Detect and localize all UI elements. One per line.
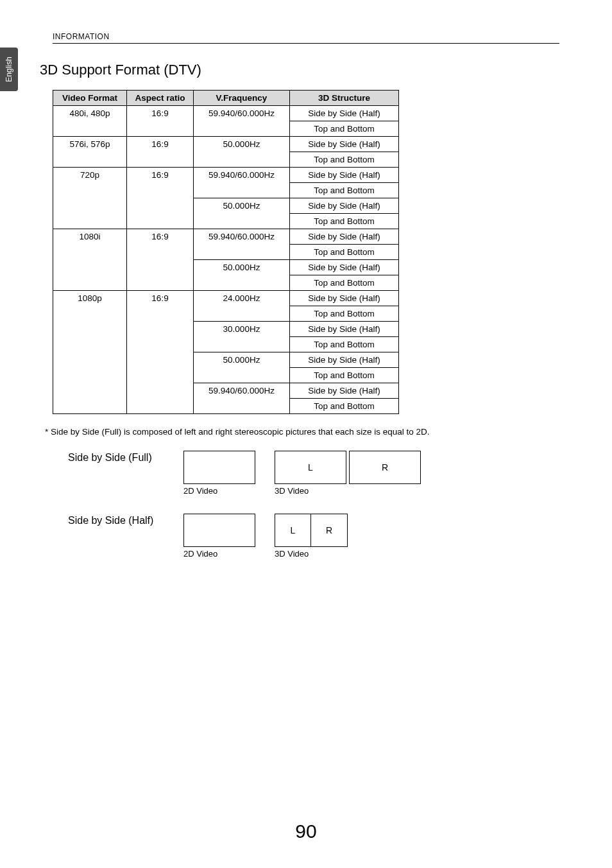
cell-struct: Side by Side (Half) xyxy=(290,352,399,368)
header-section: INFORMATION xyxy=(53,32,110,41)
diagram-full-row: Side by Side (Full) 2D Video L R 3D Vide… xyxy=(68,451,559,496)
cell-freq: 50.000Hz xyxy=(194,352,290,383)
box-3d-half: L R xyxy=(275,514,348,547)
cell-freq: 50.000Hz xyxy=(194,198,290,229)
cell-freq: 50.000Hz xyxy=(194,260,290,291)
box-2d-full xyxy=(183,451,255,484)
section-title: 3D Support Format (DTV) xyxy=(40,62,559,78)
cell-freq: 59.940/60.000Hz xyxy=(194,229,290,260)
format-table: Video Format Aspect ratio V.Fraquency 3D… xyxy=(53,90,399,414)
cell-struct: Side by Side (Half) xyxy=(290,383,399,399)
cell-freq: 24.000Hz xyxy=(194,291,290,322)
page-number: 90 xyxy=(0,820,612,842)
cell-struct: Side by Side (Half) xyxy=(290,168,399,183)
caption-3d-half: 3D Video xyxy=(275,549,348,559)
cell-ar: 16:9 xyxy=(127,168,194,229)
box-3d-half-r: R xyxy=(311,514,347,546)
cell-ar: 16:9 xyxy=(127,229,194,291)
caption-2d-full: 2D Video xyxy=(183,486,255,496)
box-2d-half xyxy=(183,514,255,547)
box-3d-full-r: R xyxy=(349,451,421,484)
cell-freq: 50.000Hz xyxy=(194,137,290,168)
box-3d-half-l: L xyxy=(275,514,311,546)
cell-struct: Top and Bottom xyxy=(290,275,399,291)
diagram-half-label: Side by Side (Half) xyxy=(68,514,183,526)
cell-struct: Top and Bottom xyxy=(290,152,399,168)
cell-struct: Side by Side (Half) xyxy=(290,137,399,152)
cell-struct: Top and Bottom xyxy=(290,337,399,352)
caption-3d-full: 3D Video xyxy=(275,486,421,496)
language-label: English xyxy=(4,56,13,82)
cell-struct: Side by Side (Half) xyxy=(290,291,399,306)
th-aspect-ratio: Aspect ratio xyxy=(127,91,194,106)
cell-vf: 576i, 576p xyxy=(53,137,127,168)
cell-struct: Side by Side (Half) xyxy=(290,322,399,337)
cell-struct: Side by Side (Half) xyxy=(290,260,399,275)
cell-struct: Top and Bottom xyxy=(290,121,399,137)
cell-vf: 720p xyxy=(53,168,127,229)
cell-freq: 59.940/60.000Hz xyxy=(194,106,290,137)
cell-struct: Top and Bottom xyxy=(290,183,399,198)
th-vfreq: V.Fraquency xyxy=(194,91,290,106)
box-3d-full-l: L xyxy=(275,451,346,484)
th-video-format: Video Format xyxy=(53,91,127,106)
cell-vf: 1080p xyxy=(53,291,127,414)
cell-struct: Top and Bottom xyxy=(290,399,399,414)
diagram-half-row: Side by Side (Half) 2D Video L R 3D Vide… xyxy=(68,514,559,559)
th-structure: 3D Structure xyxy=(290,91,399,106)
diagram-full-label: Side by Side (Full) xyxy=(68,451,183,464)
cell-freq: 30.000Hz xyxy=(194,322,290,352)
cell-struct: Side by Side (Half) xyxy=(290,106,399,121)
page-content: 3D Support Format (DTV) Video Format Asp… xyxy=(32,62,559,577)
diagram-section: Side by Side (Full) 2D Video L R 3D Vide… xyxy=(68,451,559,559)
cell-struct: Top and Bottom xyxy=(290,306,399,322)
cell-struct: Top and Bottom xyxy=(290,368,399,383)
cell-freq: 59.940/60.000Hz xyxy=(194,383,290,414)
language-tab: English xyxy=(0,48,18,91)
cell-struct: Top and Bottom xyxy=(290,214,399,229)
footnote: * Side by Side (Full) is composed of lef… xyxy=(45,427,559,437)
cell-ar: 16:9 xyxy=(127,137,194,168)
box-3d-full: L R xyxy=(275,451,421,484)
cell-struct: Side by Side (Half) xyxy=(290,229,399,245)
caption-2d-half: 2D Video xyxy=(183,549,255,559)
header-rule: INFORMATION xyxy=(53,31,559,44)
cell-struct: Top and Bottom xyxy=(290,245,399,260)
cell-vf: 480i, 480p xyxy=(53,106,127,137)
cell-freq: 59.940/60.000Hz xyxy=(194,168,290,198)
cell-ar: 16:9 xyxy=(127,106,194,137)
cell-ar: 16:9 xyxy=(127,291,194,414)
cell-struct: Side by Side (Half) xyxy=(290,198,399,214)
cell-vf: 1080i xyxy=(53,229,127,291)
